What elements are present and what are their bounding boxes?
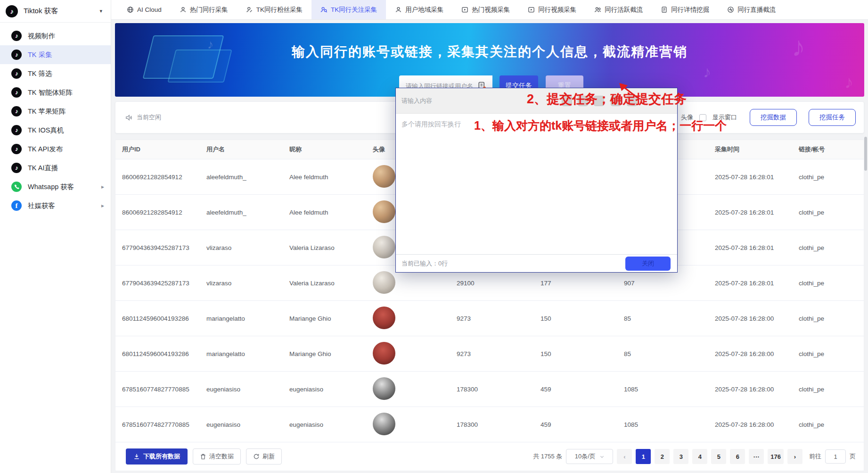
cell-nickname: eugeniasiso	[283, 421, 356, 428]
sidebar: ♪ Tiktok 获客 ▾ ♪ 视频制作 ♪ TK 采集 ♪ TK 筛选 ♪ T…	[0, 0, 111, 473]
tab-user-region-collect[interactable]: 用户地域采集	[386, 0, 452, 19]
cell-user-id: 6801124596004193286	[115, 315, 200, 322]
trash-icon	[200, 453, 206, 460]
mine-task-button[interactable]: 挖掘任务	[809, 109, 856, 126]
cell-stat: 178300	[450, 386, 534, 393]
goto-label: 前往	[809, 452, 821, 461]
mine-data-button[interactable]: 挖掘数据	[750, 109, 797, 126]
cell-stat: 1085	[617, 421, 708, 428]
cell-nickname: Mariange Ghio	[283, 350, 356, 357]
cell-user-id: 86006921282854912	[115, 174, 200, 181]
cell-stat: 1085	[617, 386, 708, 393]
cell-nickname: Valeria Lizaraso	[283, 244, 356, 251]
cell-collect-time: 2025-07-28 16:28:01	[708, 174, 792, 181]
refresh-button[interactable]: 刷新	[246, 448, 282, 465]
table-footer: 下载所有数据 清空数据 刷新 共 1755 条 10条/页 ‹ 1	[115, 442, 864, 471]
cell-username: aleefeldmuth_	[200, 209, 283, 216]
tab-peer-video-collect[interactable]: 同行视频采集	[519, 0, 585, 19]
page-button-3[interactable]: 3	[673, 449, 688, 464]
total-count: 共 1755 条	[533, 452, 562, 461]
clear-data-button[interactable]: 清空数据	[193, 448, 241, 465]
tiktok-icon: ♪	[11, 87, 22, 98]
prev-page-button[interactable]: ‹	[617, 449, 632, 464]
sidebar-item-whatsapp[interactable]: Whatsapp 获客 ▸	[0, 177, 111, 196]
table-row: 6785160774827770885 eugeniasiso eugenias…	[115, 372, 864, 407]
speaker-icon	[125, 114, 133, 122]
tab-peer-live-intercept[interactable]: 同行直播截流	[718, 0, 785, 19]
bulk-actions: 下载所有数据 清空数据 刷新	[126, 448, 282, 465]
tab-ai-cloud[interactable]: AI Cloud	[118, 0, 171, 19]
top-navigation: AI Cloud 热门同行采集 TK同行粉丝采集 TK同行关注采集 用户地域采集…	[111, 0, 868, 20]
vertical-scrollbar-thumb[interactable]	[864, 137, 867, 171]
page-button-176[interactable]: 176	[768, 449, 784, 464]
tab-label: 用户地域采集	[405, 6, 443, 14]
avatar	[373, 236, 395, 258]
cell-collect-time: 2025-07-28 16:28:01	[708, 209, 792, 216]
tab-hot-peer-collect[interactable]: 热门同行采集	[171, 0, 237, 19]
page-button-4[interactable]: 4	[692, 449, 707, 464]
page-button-2[interactable]: 2	[655, 449, 670, 464]
cell-collect-time: 2025-07-28 16:28:01	[708, 244, 792, 251]
sidebar-item-video-create[interactable]: ♪ 视频制作	[0, 26, 111, 45]
cell-account: clothi_pe	[792, 315, 864, 322]
cell-collect-time: 2025-07-28 16:28:00	[708, 315, 792, 322]
sidebar-item-label: TK 苹果矩阵	[28, 107, 111, 116]
cell-nickname: Valeria Lizaraso	[283, 280, 356, 287]
sidebar-item-tk-agent-matrix[interactable]: ♪ TK 智能体矩阵	[0, 83, 111, 102]
sidebar-item-tk-ai-live[interactable]: ♪ TK AI直播	[0, 158, 111, 177]
page-size-select[interactable]: 10条/页	[566, 449, 613, 464]
sidebar-item-label: TK IOS真机	[28, 126, 111, 135]
tab-peer-fans-collect[interactable]: TK同行粉丝采集	[237, 0, 311, 19]
annotation-arrow	[615, 81, 641, 100]
sidebar-header[interactable]: ♪ Tiktok 获客 ▾	[0, 0, 111, 23]
avatar	[373, 377, 395, 400]
tab-hot-video-collect[interactable]: 热门视频采集	[452, 0, 519, 19]
batch-links-textarea[interactable]	[396, 114, 677, 254]
cell-user-id: 6801124596004193286	[115, 350, 200, 357]
tab-label: 同行直播截流	[737, 6, 776, 14]
sidebar-item-tk-ios-device[interactable]: ♪ TK IOS真机	[0, 121, 111, 140]
column-header-collect-time: 采集时间	[708, 145, 792, 154]
next-page-button[interactable]: ›	[787, 449, 802, 464]
sidebar-item-tk-filter[interactable]: ♪ TK 筛选	[0, 64, 111, 83]
page-button-1[interactable]: 1	[636, 449, 651, 464]
tab-peer-detail-mining[interactable]: 同行详情挖掘	[652, 0, 718, 19]
sidebar-item-social-media[interactable]: f 社媒获客 ▸	[0, 196, 111, 215]
tiktok-icon: ♪	[11, 163, 22, 173]
tab-peer-active-intercept[interactable]: 同行活跃截流	[585, 0, 652, 19]
tab-peer-following-collect[interactable]: TK同行关注采集	[311, 0, 386, 19]
tab-label: 热门同行采集	[190, 6, 228, 14]
tab-label: 同行详情挖掘	[671, 6, 709, 14]
cell-nickname: Alee feldmuth	[283, 174, 356, 181]
document-icon	[661, 6, 668, 13]
more-pages-button[interactable]: ···	[749, 449, 764, 464]
sidebar-item-tk-collect[interactable]: ♪ TK 采集	[0, 45, 111, 64]
cell-user-id: 6779043639425287173	[115, 244, 200, 251]
tab-label: 同行视频采集	[538, 6, 576, 14]
cell-user-id: 86006921282854912	[115, 209, 200, 216]
goto-page-input[interactable]	[825, 449, 846, 464]
sidebar-item-label: TK AI直播	[28, 164, 111, 173]
person-icon	[180, 6, 187, 13]
cell-stat: 459	[534, 386, 617, 393]
chevron-down-icon[interactable]: ▾	[99, 8, 102, 14]
cell-stat: 150	[534, 350, 617, 357]
globe-icon	[127, 6, 134, 13]
sidebar-item-label: TK API发布	[28, 145, 111, 154]
cell-account: clothi_pe	[792, 386, 864, 393]
sidebar-item-tk-apple-matrix[interactable]: ♪ TK 苹果矩阵	[0, 102, 111, 121]
status-text: 当前空闲	[137, 113, 161, 122]
sidebar-item-tk-api-publish[interactable]: ♪ TK API发布	[0, 140, 111, 158]
download-all-button[interactable]: 下载所有数据	[126, 448, 188, 465]
sidebar-item-label: TK 智能体矩阵	[28, 88, 111, 97]
video-icon	[461, 6, 468, 13]
avatar	[373, 271, 395, 294]
sidebar-menu: ♪ 视频制作 ♪ TK 采集 ♪ TK 筛选 ♪ TK 智能体矩阵 ♪ TK 苹…	[0, 23, 111, 215]
cell-username: mariangelatto	[200, 350, 283, 357]
close-dialog-button[interactable]: 关闭	[625, 257, 671, 271]
column-header-account: 链接/帐号	[792, 145, 864, 154]
page-button-5[interactable]: 5	[711, 449, 726, 464]
cell-stat: 459	[534, 421, 617, 428]
whatsapp-icon	[11, 182, 22, 192]
page-button-6[interactable]: 6	[730, 449, 745, 464]
